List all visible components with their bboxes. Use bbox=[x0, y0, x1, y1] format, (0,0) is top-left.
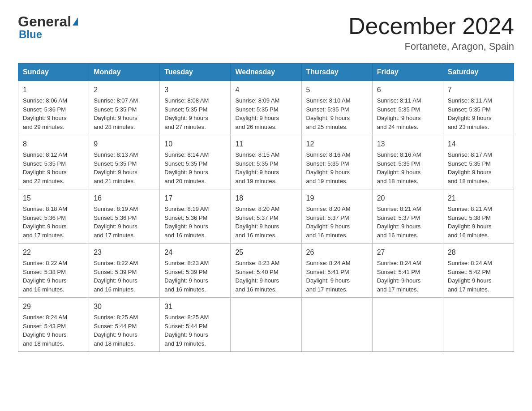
day-info: Sunrise: 8:20 AMSunset: 5:37 PMDaylight:… bbox=[306, 205, 368, 240]
day-info: Sunrise: 8:23 AMSunset: 5:40 PMDaylight:… bbox=[235, 259, 296, 294]
day-number: 3 bbox=[164, 85, 226, 95]
day-info: Sunrise: 8:09 AMSunset: 5:35 PMDaylight:… bbox=[235, 96, 296, 131]
calendar-cell: 22Sunrise: 8:22 AMSunset: 5:38 PMDayligh… bbox=[18, 244, 89, 298]
calendar-cell bbox=[372, 298, 443, 352]
day-number: 14 bbox=[448, 139, 509, 150]
month-title: December 2024 bbox=[348, 13, 514, 39]
calendar-cell: 8Sunrise: 8:12 AMSunset: 5:35 PMDaylight… bbox=[18, 135, 89, 189]
day-number: 30 bbox=[94, 301, 155, 312]
calendar-week-row: 8Sunrise: 8:12 AMSunset: 5:35 PMDaylight… bbox=[18, 135, 514, 189]
day-number: 13 bbox=[377, 139, 438, 150]
day-info: Sunrise: 8:11 AMSunset: 5:35 PMDaylight:… bbox=[448, 96, 509, 131]
calendar-cell: 26Sunrise: 8:24 AMSunset: 5:41 PMDayligh… bbox=[301, 244, 372, 298]
day-info: Sunrise: 8:23 AMSunset: 5:39 PMDaylight:… bbox=[164, 259, 226, 294]
day-number: 4 bbox=[235, 85, 296, 95]
calendar-week-row: 15Sunrise: 8:18 AMSunset: 5:36 PMDayligh… bbox=[18, 189, 514, 244]
day-number: 2 bbox=[94, 85, 155, 95]
calendar-cell: 27Sunrise: 8:24 AMSunset: 5:41 PMDayligh… bbox=[372, 244, 443, 298]
location-subtitle: Fortanete, Aragon, Spain bbox=[348, 41, 514, 52]
day-number: 28 bbox=[448, 247, 509, 258]
calendar-cell: 23Sunrise: 8:22 AMSunset: 5:39 PMDayligh… bbox=[89, 244, 160, 298]
calendar-cell: 13Sunrise: 8:16 AMSunset: 5:35 PMDayligh… bbox=[372, 135, 443, 189]
day-number: 22 bbox=[23, 247, 84, 258]
calendar-header-row: Sunday Monday Tuesday Wednesday Thursday… bbox=[18, 64, 514, 81]
calendar-cell: 12Sunrise: 8:16 AMSunset: 5:35 PMDayligh… bbox=[301, 135, 372, 189]
calendar-week-row: 1Sunrise: 8:06 AMSunset: 5:36 PMDaylight… bbox=[18, 81, 514, 135]
calendar-cell: 17Sunrise: 8:19 AMSunset: 5:36 PMDayligh… bbox=[160, 189, 231, 244]
day-info: Sunrise: 8:11 AMSunset: 5:35 PMDaylight:… bbox=[377, 96, 438, 131]
day-number: 5 bbox=[306, 85, 368, 95]
col-thursday: Thursday bbox=[301, 64, 372, 81]
calendar-cell bbox=[231, 298, 301, 352]
day-number: 17 bbox=[164, 193, 226, 204]
day-info: Sunrise: 8:25 AMSunset: 5:44 PMDaylight:… bbox=[164, 313, 226, 348]
day-info: Sunrise: 8:22 AMSunset: 5:39 PMDaylight:… bbox=[94, 259, 155, 294]
calendar-cell: 14Sunrise: 8:17 AMSunset: 5:35 PMDayligh… bbox=[443, 135, 514, 189]
day-info: Sunrise: 8:16 AMSunset: 5:35 PMDaylight:… bbox=[377, 150, 438, 185]
day-number: 12 bbox=[306, 139, 368, 150]
day-info: Sunrise: 8:14 AMSunset: 5:35 PMDaylight:… bbox=[164, 150, 226, 185]
day-info: Sunrise: 8:24 AMSunset: 5:41 PMDaylight:… bbox=[377, 259, 438, 294]
day-number: 19 bbox=[306, 193, 368, 204]
calendar-cell: 7Sunrise: 8:11 AMSunset: 5:35 PMDaylight… bbox=[443, 81, 514, 135]
calendar-cell bbox=[301, 298, 372, 352]
logo: General Blue bbox=[18, 13, 78, 41]
day-info: Sunrise: 8:25 AMSunset: 5:44 PMDaylight:… bbox=[94, 313, 155, 348]
calendar-cell: 28Sunrise: 8:24 AMSunset: 5:42 PMDayligh… bbox=[443, 244, 514, 298]
day-info: Sunrise: 8:19 AMSunset: 5:36 PMDaylight:… bbox=[94, 205, 155, 240]
day-number: 15 bbox=[23, 193, 84, 204]
calendar-cell bbox=[443, 298, 514, 352]
day-number: 11 bbox=[235, 139, 296, 150]
day-info: Sunrise: 8:19 AMSunset: 5:36 PMDaylight:… bbox=[164, 205, 226, 240]
day-number: 27 bbox=[377, 247, 438, 258]
day-number: 31 bbox=[164, 301, 226, 312]
day-info: Sunrise: 8:12 AMSunset: 5:35 PMDaylight:… bbox=[23, 150, 84, 185]
day-number: 29 bbox=[23, 301, 84, 312]
calendar-title-area: December 2024 Fortanete, Aragon, Spain bbox=[348, 13, 514, 52]
col-wednesday: Wednesday bbox=[231, 64, 301, 81]
day-info: Sunrise: 8:22 AMSunset: 5:38 PMDaylight:… bbox=[23, 259, 84, 294]
calendar-table: Sunday Monday Tuesday Wednesday Thursday… bbox=[18, 63, 514, 352]
page-header: General Blue December 2024 Fortanete, Ar… bbox=[18, 13, 514, 52]
day-number: 23 bbox=[94, 247, 155, 258]
calendar-cell: 24Sunrise: 8:23 AMSunset: 5:39 PMDayligh… bbox=[160, 244, 231, 298]
day-info: Sunrise: 8:16 AMSunset: 5:35 PMDaylight:… bbox=[306, 150, 368, 185]
calendar-cell: 29Sunrise: 8:24 AMSunset: 5:43 PMDayligh… bbox=[18, 298, 89, 352]
day-number: 16 bbox=[94, 193, 155, 204]
calendar-cell: 21Sunrise: 8:21 AMSunset: 5:38 PMDayligh… bbox=[443, 189, 514, 244]
day-info: Sunrise: 8:13 AMSunset: 5:35 PMDaylight:… bbox=[94, 150, 155, 185]
calendar-cell: 31Sunrise: 8:25 AMSunset: 5:44 PMDayligh… bbox=[160, 298, 231, 352]
calendar-cell: 6Sunrise: 8:11 AMSunset: 5:35 PMDaylight… bbox=[372, 81, 443, 135]
logo-blue-text: Blue bbox=[19, 28, 42, 41]
day-number: 8 bbox=[23, 139, 84, 150]
calendar-week-row: 22Sunrise: 8:22 AMSunset: 5:38 PMDayligh… bbox=[18, 244, 514, 298]
col-friday: Friday bbox=[372, 64, 443, 81]
day-number: 6 bbox=[377, 85, 438, 95]
day-info: Sunrise: 8:07 AMSunset: 5:35 PMDaylight:… bbox=[94, 96, 155, 131]
calendar-cell: 18Sunrise: 8:20 AMSunset: 5:37 PMDayligh… bbox=[231, 189, 301, 244]
calendar-cell: 30Sunrise: 8:25 AMSunset: 5:44 PMDayligh… bbox=[89, 298, 160, 352]
day-number: 26 bbox=[306, 247, 368, 258]
day-number: 20 bbox=[377, 193, 438, 204]
day-number: 18 bbox=[235, 193, 296, 204]
day-info: Sunrise: 8:24 AMSunset: 5:41 PMDaylight:… bbox=[306, 259, 368, 294]
calendar-cell: 10Sunrise: 8:14 AMSunset: 5:35 PMDayligh… bbox=[160, 135, 231, 189]
day-number: 25 bbox=[235, 247, 296, 258]
calendar-cell: 19Sunrise: 8:20 AMSunset: 5:37 PMDayligh… bbox=[301, 189, 372, 244]
calendar-cell: 11Sunrise: 8:15 AMSunset: 5:35 PMDayligh… bbox=[231, 135, 301, 189]
day-number: 7 bbox=[448, 85, 509, 95]
day-info: Sunrise: 8:24 AMSunset: 5:42 PMDaylight:… bbox=[448, 259, 509, 294]
calendar-cell: 3Sunrise: 8:08 AMSunset: 5:35 PMDaylight… bbox=[160, 81, 231, 135]
calendar-cell: 1Sunrise: 8:06 AMSunset: 5:36 PMDaylight… bbox=[18, 81, 89, 135]
logo-triangle-icon bbox=[73, 17, 78, 26]
calendar-cell: 5Sunrise: 8:10 AMSunset: 5:35 PMDaylight… bbox=[301, 81, 372, 135]
day-info: Sunrise: 8:24 AMSunset: 5:43 PMDaylight:… bbox=[23, 313, 84, 348]
day-info: Sunrise: 8:21 AMSunset: 5:37 PMDaylight:… bbox=[377, 205, 438, 240]
day-info: Sunrise: 8:21 AMSunset: 5:38 PMDaylight:… bbox=[448, 205, 509, 240]
calendar-week-row: 29Sunrise: 8:24 AMSunset: 5:43 PMDayligh… bbox=[18, 298, 514, 352]
day-info: Sunrise: 8:20 AMSunset: 5:37 PMDaylight:… bbox=[235, 205, 296, 240]
day-number: 9 bbox=[94, 139, 155, 150]
col-sunday: Sunday bbox=[18, 64, 89, 81]
calendar-cell: 2Sunrise: 8:07 AMSunset: 5:35 PMDaylight… bbox=[89, 81, 160, 135]
day-info: Sunrise: 8:17 AMSunset: 5:35 PMDaylight:… bbox=[448, 150, 509, 185]
